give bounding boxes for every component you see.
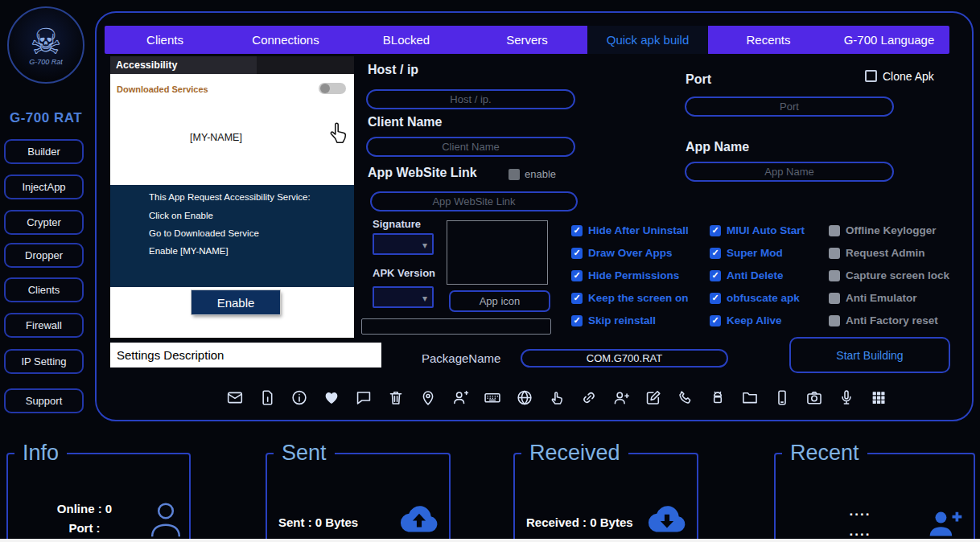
link-icon[interactable] xyxy=(578,388,599,407)
window-edge xyxy=(0,539,980,542)
icon-path-input[interactable] xyxy=(361,318,551,335)
main-panel: Clients Connections BLocked Servers Quic… xyxy=(95,11,974,421)
tab-quick-apk-build[interactable]: Quick apk build xyxy=(587,26,708,54)
enable-button[interactable]: Enable xyxy=(191,290,280,314)
checkbox-unchecked-icon[interactable] xyxy=(829,248,840,259)
port-input[interactable] xyxy=(685,96,894,117)
option-super-mod[interactable]: Super Mod xyxy=(710,247,783,259)
sidebar-item-dropper[interactable]: Dropper xyxy=(4,243,84,268)
option-draw-over-apps[interactable]: Draw Over Apps xyxy=(571,247,673,259)
option-anti-delete[interactable]: Anti Delete xyxy=(710,269,784,281)
accessibility-step: Click on Enable xyxy=(149,211,349,220)
app-window: G-700 Rat G-700 RAT Builder InjectApp Cr… xyxy=(0,0,980,542)
option-hide-permissions[interactable]: Hide Permissions xyxy=(571,269,679,281)
option-keep-screen-on[interactable]: Keep the screen on xyxy=(571,292,689,304)
checkbox-unchecked-icon[interactable] xyxy=(829,315,840,326)
checkbox-checked-icon[interactable] xyxy=(710,270,721,281)
checkbox-checked-icon[interactable] xyxy=(571,315,583,326)
sidebar-item-ip-setting[interactable]: IP Setting xyxy=(4,349,84,374)
option-skip-reinstall[interactable]: Skip reinstall xyxy=(571,314,656,326)
option-obfuscate-apk[interactable]: obfuscate apk xyxy=(710,292,800,304)
tab-blocked[interactable]: BLocked xyxy=(346,26,467,54)
app-name-label: App Name xyxy=(686,140,749,154)
tab-connections[interactable]: Connections xyxy=(225,26,346,54)
sidebar-item-clients[interactable]: Clients xyxy=(4,277,84,302)
checkbox-checked-icon[interactable] xyxy=(710,248,721,259)
folder-icon[interactable] xyxy=(739,388,760,407)
keyboard-icon[interactable] xyxy=(481,388,503,407)
camera-icon[interactable] xyxy=(803,388,825,407)
preview-window-title: Accessibility xyxy=(110,56,354,74)
sidebar-item-support[interactable]: Support xyxy=(4,388,84,413)
option-keep-alive[interactable]: Keep Alive xyxy=(710,314,782,326)
compose-icon[interactable] xyxy=(642,388,664,407)
sidebar-item-builder[interactable]: Builder xyxy=(4,139,84,164)
checkbox-unchecked-icon[interactable] xyxy=(829,270,840,281)
option-hide-after-uninstall[interactable]: Hide After Uninstall xyxy=(571,224,689,236)
trash-icon[interactable] xyxy=(385,388,406,407)
checkbox-checked-icon[interactable] xyxy=(571,248,583,259)
website-enable-checkbox[interactable] xyxy=(509,169,520,180)
accessibility-request-title: This App Request Accessibility Service: xyxy=(149,192,349,202)
host-input[interactable] xyxy=(366,89,575,109)
checkbox-checked-icon[interactable] xyxy=(710,293,721,304)
checkbox-checked-icon[interactable] xyxy=(571,225,583,236)
app-name-input[interactable] xyxy=(685,162,894,182)
phone-icon[interactable] xyxy=(674,388,696,407)
contacts-icon[interactable] xyxy=(449,388,471,407)
tab-language[interactable]: G-700 Language xyxy=(829,26,949,54)
sim-card-icon[interactable] xyxy=(256,388,278,407)
microphone-icon[interactable] xyxy=(835,388,857,407)
settings-description-input[interactable] xyxy=(110,343,381,367)
tab-servers[interactable]: Servers xyxy=(467,26,587,54)
location-icon[interactable] xyxy=(417,388,439,407)
option-offline-keylogger[interactable]: Offline Keylogger xyxy=(829,224,937,236)
sent-panel-title: Sent xyxy=(274,441,335,466)
option-capture-screen-lock[interactable]: Capture screen lock xyxy=(829,269,949,281)
service-toggle[interactable] xyxy=(319,83,346,94)
app-icon-dropzone[interactable] xyxy=(447,220,548,285)
option-anti-emulator[interactable]: Anti Emulator xyxy=(829,292,917,304)
logo-script-text: G-700 Rat xyxy=(29,58,63,66)
browser-icon[interactable] xyxy=(513,388,535,407)
user-outline-icon xyxy=(147,498,184,542)
add-contact-icon[interactable] xyxy=(610,388,632,407)
checkbox-unchecked-icon[interactable] xyxy=(829,225,840,236)
website-link-label: App WebSite Link xyxy=(368,166,477,180)
signature-select[interactable] xyxy=(373,233,434,255)
clone-apk-checkbox[interactable] xyxy=(865,70,877,82)
health-icon[interactable] xyxy=(320,388,342,407)
host-label: Host / ip xyxy=(368,63,418,77)
website-link-input[interactable] xyxy=(370,191,578,211)
chat-icon[interactable] xyxy=(352,388,374,407)
accessibility-step: Go to Downloaded Service xyxy=(149,228,349,238)
info-icon[interactable] xyxy=(288,388,310,407)
client-name-input[interactable] xyxy=(366,137,575,157)
start-building-button[interactable]: Start Building xyxy=(789,337,950,373)
checkbox-checked-icon[interactable] xyxy=(710,315,721,326)
sidebar-item-injectapp[interactable]: InjectApp xyxy=(4,175,84,199)
apk-version-select[interactable] xyxy=(373,286,434,308)
android-icon[interactable] xyxy=(706,388,728,407)
tab-recents[interactable]: Recents xyxy=(708,26,829,54)
app-icon-button[interactable]: App icon xyxy=(449,290,550,312)
online-count: Online : 0 xyxy=(16,499,153,519)
sidebar-item-firewall[interactable]: Firewall xyxy=(4,313,84,338)
sent-bytes: Sent : 0 Bytes xyxy=(278,515,358,529)
option-request-admin[interactable]: Request Admin xyxy=(829,247,925,259)
clone-apk-label: Clone Apk xyxy=(883,70,934,83)
port-value: Port : xyxy=(16,519,153,538)
checkbox-checked-icon[interactable] xyxy=(571,270,583,281)
package-name-input[interactable] xyxy=(521,349,728,367)
apps-icon[interactable] xyxy=(867,388,889,407)
tab-clients[interactable]: Clients xyxy=(105,26,225,54)
hand-icon[interactable] xyxy=(546,388,567,407)
option-miui-auto-start[interactable]: MIUI Auto Start xyxy=(710,224,805,236)
checkbox-checked-icon[interactable] xyxy=(710,225,721,236)
device-icon[interactable] xyxy=(771,388,793,407)
email-icon[interactable] xyxy=(224,388,245,407)
sidebar-item-crypter[interactable]: Crypter xyxy=(4,210,84,235)
checkbox-unchecked-icon[interactable] xyxy=(829,293,840,304)
option-anti-factory-reset[interactable]: Anti Factory reset xyxy=(829,314,938,326)
checkbox-checked-icon[interactable] xyxy=(571,293,583,304)
